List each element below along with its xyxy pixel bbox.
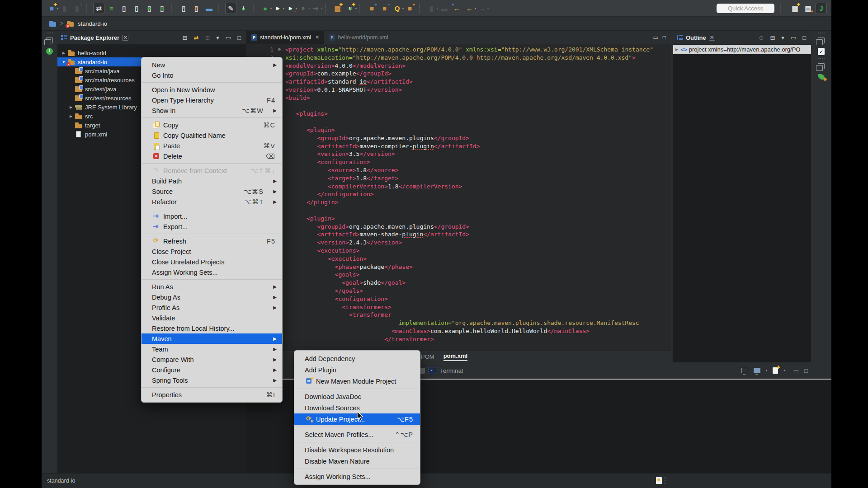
toggle-edit-button[interactable]: ✎∕ (225, 3, 236, 14)
open-type-button[interactable]: ■● (366, 3, 377, 14)
maximize-editor-icon[interactable]: □ (663, 34, 666, 41)
menu-item-source[interactable]: Source⌥⌘S▶ (142, 186, 282, 197)
menu-item-import[interactable]: Import... (142, 211, 282, 221)
coverage-button[interactable]: ●▶▪▼ (285, 3, 296, 14)
open-task-button[interactable]: ■● (404, 3, 415, 14)
close-view-icon[interactable]: ✕ (122, 35, 128, 41)
restore-view-icon[interactable] (817, 38, 826, 45)
menu-item-add-plugin[interactable]: Add Plugin (294, 364, 420, 375)
menu-item-download-javadoc[interactable]: Download JavaDoc (294, 391, 420, 402)
run-last-tool-button[interactable]: ▯▶ (144, 3, 155, 14)
java-perspective-button[interactable]: J (816, 3, 827, 14)
menu-item-restore-from-local-history[interactable]: Restore from Local History... (142, 323, 282, 333)
restore-view-icon[interactable] (817, 63, 826, 70)
menu-item-validate[interactable]: Validate (142, 313, 282, 323)
tab-hello-world-pom[interactable]: P hello-world/pom.xml (324, 31, 392, 44)
breadcrumb-project[interactable]: standard-io (78, 20, 107, 27)
search-button[interactable]: Q▼ (392, 3, 403, 14)
menu-item-new-maven-module-project[interactable]: New Maven Module Project (294, 375, 420, 387)
tab-effective-pom[interactable]: POM (421, 353, 434, 360)
power-button[interactable]: ●ǀ (238, 3, 249, 14)
menu-item-build-path[interactable]: Build Path▶ (142, 176, 282, 186)
menu-item-paste[interactable]: Paste⌘V (142, 141, 282, 151)
view-menu-icon[interactable]: ▾ (779, 35, 786, 41)
menu-item-open-type-hierarchy[interactable]: Open Type HierarchyF4 (142, 95, 282, 105)
back-history-button[interactable]: ←● (451, 3, 462, 14)
expander-icon[interactable]: ▶ (60, 51, 67, 55)
rail-handle[interactable] (47, 33, 53, 34)
mark-occurrences-icon[interactable]: ✓ (817, 48, 826, 55)
spring-boot-view-icon[interactable] (817, 74, 826, 81)
rail-handle[interactable] (818, 33, 825, 34)
new-class-button[interactable]: ●C✚▼ (344, 3, 356, 14)
tab-terminal[interactable]: Terminal (440, 367, 463, 374)
menu-item-debug-as[interactable]: Debug As▶ (142, 292, 282, 302)
run-external-tool-button[interactable]: ▯▶ (156, 3, 168, 14)
menu-item-select-maven-profiles[interactable]: Select Maven Profiles...⌃⌥P (294, 429, 420, 440)
focus-icon[interactable]: ⊙ (203, 35, 212, 41)
expander-icon[interactable]: ▶ (67, 105, 75, 109)
menu-item-assign-working-sets[interactable]: Assign Working Sets... (142, 267, 282, 277)
collapse-all-icon[interactable]: ⊟ (181, 35, 189, 41)
debug-perspective-button[interactable]: ▤● (802, 3, 814, 14)
menu-item-compare-with[interactable]: Compare With▶ (142, 354, 282, 365)
menu-item-properties[interactable]: Properties⌘I (142, 389, 282, 400)
minimize-editor-icon[interactable]: ▭ (653, 34, 658, 41)
menu-item-spring-tools[interactable]: Spring Tools▶ (142, 375, 282, 385)
project-error-icon[interactable]: ✕ (66, 20, 75, 27)
new-wizard-button[interactable]: ■✚▼ (46, 3, 57, 14)
menu-item-run-as[interactable]: Run As▶ (142, 282, 282, 292)
menu-item-disable-maven-nature[interactable]: Disable Maven Nature (294, 455, 420, 467)
maximize-view-icon[interactable]: □ (804, 367, 808, 374)
open-resource-button[interactable]: ■▪ (379, 3, 390, 14)
toggle-sync-button[interactable]: ⇄ (93, 3, 104, 14)
menu-item-profile-as[interactable]: Profile As▶ (142, 302, 282, 313)
view-menu-icon[interactable]: ▾ (214, 35, 221, 41)
menu-item-maven[interactable]: Maven▶ (142, 333, 282, 344)
link-with-editor-icon[interactable]: ⇄ (192, 35, 201, 41)
minimize-view-icon[interactable]: ▭ (789, 35, 798, 41)
menu-item-show-in[interactable]: Show In⌥⌘W▶ (142, 105, 282, 116)
display-console-icon[interactable] (754, 368, 760, 373)
tree-item-hello-world[interactable]: ▶hello-world (57, 48, 246, 57)
menu-item-close-unrelated-projects[interactable]: Close Unrelated Projects (142, 257, 282, 267)
menu-item-assign-working-sets[interactable]: Assign Working Sets... (294, 471, 420, 482)
expander-icon[interactable]: ▶ (673, 47, 680, 52)
menu-item-configure[interactable]: Configure▶ (142, 365, 282, 375)
new-package-button[interactable]: ▦✚ (332, 3, 343, 14)
menu-item-open-in-new-window[interactable]: Open in New Window (142, 84, 282, 95)
minimize-view-icon[interactable]: ▭ (224, 35, 233, 41)
open-console-icon[interactable] (773, 367, 778, 374)
power-view-icon[interactable] (46, 48, 54, 55)
javadoc-page-button[interactable]: ▯i (118, 3, 130, 14)
debug-button[interactable]: ●▼ (259, 3, 271, 14)
collapse-all-icon[interactable]: ⊟ (768, 35, 777, 41)
menu-item-refresh[interactable]: RefreshF5 (142, 236, 282, 246)
menu-item-add-dependency[interactable]: Add Dependency (294, 353, 420, 364)
close-view-icon[interactable]: ✕ (709, 35, 715, 41)
maximize-view-icon[interactable]: □ (801, 35, 808, 41)
minimize-view-icon[interactable]: ▭ (793, 367, 799, 374)
back-button[interactable]: ←▼ (464, 3, 475, 14)
build-all-button[interactable]: ≡ (106, 3, 117, 14)
run-button[interactable]: ●▶▼ (272, 3, 283, 14)
menu-item-copy-qualified-name[interactable]: Copy Qualified Name (142, 130, 282, 141)
trace-button[interactable]: ▯≈ (178, 3, 189, 14)
workspace-folder-icon[interactable] (49, 20, 57, 27)
console-page-button[interactable]: ▯≡ (131, 3, 142, 14)
rail-handle[interactable] (818, 58, 825, 60)
menu-item-disable-workspace-resolution[interactable]: Disable Workspace Resolution (294, 444, 420, 455)
pin-console-icon[interactable] (741, 368, 748, 373)
outline-root-item[interactable]: ▶ <> project xmlns=http://maven.apache.o… (673, 45, 811, 54)
code-area[interactable]: 1⊖<project xmlns="http://maven.apache.or… (246, 44, 671, 351)
focus-icon[interactable]: ⊙ (757, 35, 766, 41)
remote-display-button[interactable]: ▬ (203, 3, 215, 14)
close-tab-icon[interactable]: ✕ (315, 34, 319, 40)
menu-item-export[interactable]: Export... (142, 221, 282, 232)
menu-item-refactor[interactable]: Refactor⌥⌘T▶ (142, 197, 282, 207)
menu-item-go-into[interactable]: Go Into (142, 70, 282, 80)
menu-item-team[interactable]: Team▶ (142, 344, 282, 354)
tab-pom-xml-source[interactable]: pom.xml (443, 352, 467, 361)
refresh-config-button[interactable]: ▯⟳ (191, 3, 202, 14)
expander-icon[interactable]: ▶ (67, 114, 75, 118)
